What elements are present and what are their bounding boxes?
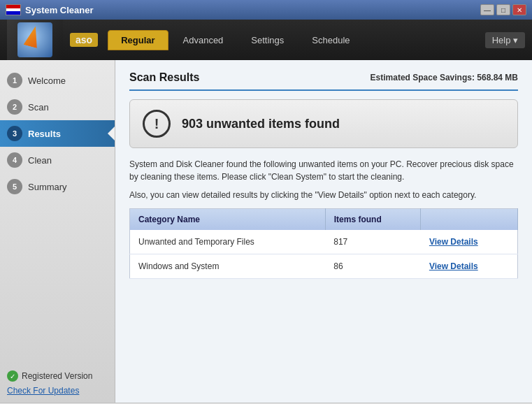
step-2-circle: 2 [7, 99, 22, 115]
help-button[interactable]: Help ▾ [485, 32, 525, 48]
registered-badge: ✓ Registered Version [7, 370, 108, 382]
alert-box: ! 903 unwanted items found [129, 99, 518, 148]
alert-icon: ! [143, 110, 171, 138]
space-savings: Estimated Space Savings: 568.84 MB [371, 73, 518, 82]
col-action [421, 209, 518, 231]
step-1-circle: 1 [7, 73, 22, 88]
registered-label: Registered Version [22, 371, 92, 381]
minimize-button[interactable]: — [480, 4, 494, 15]
close-button[interactable]: ✕ [512, 4, 526, 15]
title-bar-left: System Cleaner [6, 4, 94, 15]
nav-tabs: Regular Advanced Settings Schedule [108, 30, 363, 50]
table-row: Windows and System 86 View Details [130, 254, 518, 279]
sidebar-item-summary[interactable]: 5 Summary [0, 173, 115, 200]
step-5-circle: 5 [7, 179, 22, 194]
logo-area [7, 20, 63, 60]
maximize-button[interactable]: □ [496, 4, 510, 15]
main-layout: 1 Welcome 2 Scan 3 Results 4 Clean 5 Sum… [0, 60, 532, 403]
flag-icon [6, 4, 21, 15]
aso-label: aso [70, 33, 98, 47]
description-text-2: Also, you can view detailed results by c… [129, 189, 518, 201]
col-category: Category Name [130, 209, 326, 231]
table-header-row: Category Name Items found [130, 209, 518, 231]
tab-advanced[interactable]: Advanced [170, 30, 237, 50]
header-area: aso Regular Advanced Settings Schedule H… [0, 20, 532, 60]
sidebar-item-clean[interactable]: 4 Clean [0, 147, 115, 173]
sidebar-label-scan: Scan [28, 102, 49, 113]
step-3-circle: 3 [7, 126, 22, 141]
sidebar-arrow [108, 127, 115, 140]
tab-schedule[interactable]: Schedule [299, 30, 363, 50]
title-bar: System Cleaner — □ ✕ [0, 0, 532, 20]
sidebar-bottom: ✓ Registered Version Check For Updates [0, 363, 115, 403]
col-items: Items found [325, 209, 421, 231]
sidebar-label-summary: Summary [28, 182, 67, 192]
sidebar-item-welcome[interactable]: 1 Welcome [0, 67, 115, 94]
tab-regular[interactable]: Regular [108, 30, 168, 50]
table-row: Unwanted and Temporary Files 817 View De… [130, 230, 518, 254]
results-table: Category Name Items found Unwanted and T… [129, 208, 518, 279]
sidebar: 1 Welcome 2 Scan 3 Results 4 Clean 5 Sum… [0, 60, 115, 403]
space-savings-value: 568.84 MB [477, 73, 518, 82]
sidebar-item-results[interactable]: 3 Results [0, 120, 115, 147]
category-name-2: Windows and System [130, 254, 326, 279]
title-text: System Cleaner [25, 5, 94, 15]
title-bar-controls: — □ ✕ [480, 4, 526, 15]
sidebar-label-clean: Clean [28, 155, 52, 166]
space-savings-label: Estimated Space Savings: [371, 73, 475, 82]
item-count-2: 86 [325, 254, 421, 279]
category-name-1: Unwanted and Temporary Files [130, 230, 326, 254]
view-details-link-2[interactable]: View Details [429, 261, 478, 271]
tab-settings[interactable]: Settings [238, 30, 297, 50]
scan-results-header: Scan Results Estimated Space Savings: 56… [129, 71, 518, 91]
registered-check-icon: ✓ [7, 370, 18, 382]
app-logo [17, 22, 52, 57]
description-text-1: System and Disk Cleaner found the follow… [129, 158, 518, 183]
item-count-1: 817 [325, 230, 421, 254]
view-details-link-1[interactable]: View Details [429, 237, 478, 247]
content-area: Scan Results Estimated Space Savings: 56… [115, 60, 532, 403]
sidebar-label-results: Results [28, 129, 61, 139]
sidebar-item-scan[interactable]: 2 Scan [0, 94, 115, 120]
alert-message: 903 unwanted items found [182, 117, 340, 131]
scan-results-title: Scan Results [129, 71, 199, 84]
step-4-circle: 4 [7, 152, 22, 168]
check-updates-link[interactable]: Check For Updates [7, 386, 108, 396]
sidebar-label-welcome: Welcome [28, 75, 66, 86]
